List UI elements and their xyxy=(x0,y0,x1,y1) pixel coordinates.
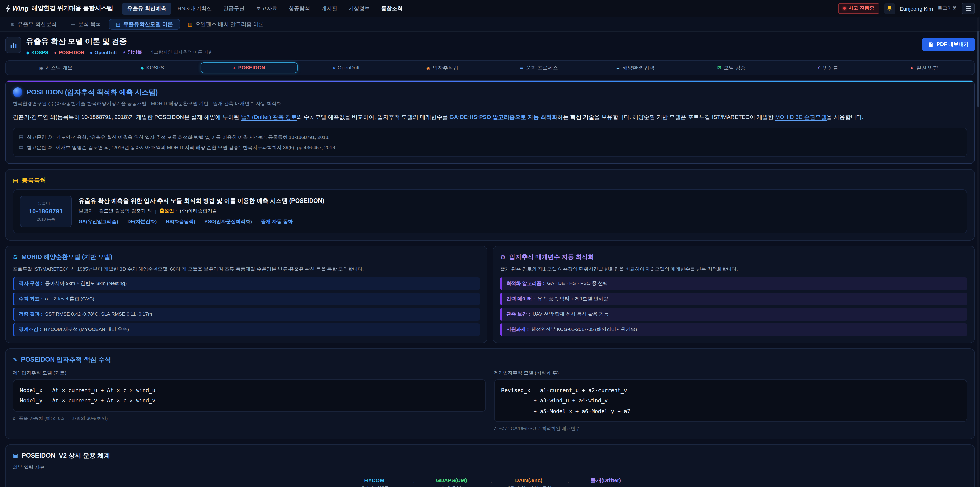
nav-item-board[interactable]: 게시판 xyxy=(316,2,342,14)
logo-text: Wing xyxy=(12,5,28,12)
badge-ensemble: ⚡앙상블 xyxy=(123,49,142,56)
algorithm-highlight: GA·DE·HS·PSO 알고리즘으로 자동 최적화 xyxy=(449,114,557,120)
nav-item-weather-info[interactable]: 기상정보 xyxy=(344,2,375,14)
tag-ga[interactable]: GA(유전알고리즘) xyxy=(79,219,118,225)
tab-label: 입자추적법 xyxy=(433,64,458,71)
tag-drifter-assimilation[interactable]: 뜰개 자동 동화 xyxy=(261,219,293,225)
spec-row-algorithm: 최적화 알고리즘 :GA · DE · HS · PSO 중 선택 xyxy=(500,277,967,290)
section-tab-bar: ▦시스템 개요 ◆KOSPS ●POSEIDON ●OpenDrift ◉입자추… xyxy=(5,60,975,75)
reference-text: 참고문헌 ① : 김도연·김용혁, "유출유 확산 예측을 위한 입자 추적 모… xyxy=(27,134,330,141)
scrollbar-thumb[interactable] xyxy=(977,30,980,107)
tab-poseidon[interactable]: ●POSEIDON xyxy=(200,62,298,73)
core-tech-highlight: 핵심 기술 xyxy=(570,114,594,120)
dot-icon: ● xyxy=(90,50,92,55)
subnav-tab-analysis-list[interactable]: ☰ 분석 목록 xyxy=(64,18,108,31)
page-title: 유출유 확산 모델 이론 및 검증 xyxy=(26,37,213,46)
nav-item-integrated-search[interactable]: 통합조회 xyxy=(376,2,408,14)
page-header-left: 유출유 확산 모델 이론 및 검증 ◆KOSPS ●POSEIDON ●Open… xyxy=(5,37,213,56)
tag-de[interactable]: DE(차분진화) xyxy=(127,219,157,225)
book-icon: ▤ xyxy=(19,134,23,141)
chart-icon: ▤ xyxy=(519,65,523,70)
badge-label: POSEIDON xyxy=(59,49,84,55)
user-name[interactable]: Eunjeong Kim xyxy=(900,5,933,11)
spec-value: UAV·선박 탑재 센서 동시 활용 가능 xyxy=(533,311,609,318)
pdf-export-button[interactable]: PDF 내보내기 xyxy=(922,38,975,51)
v2-operation-card: ▣ POSEIDON_V2 상시 운용 체계 외부 입력 자료 HYCOM 해류… xyxy=(5,445,975,487)
reference-text: 참고문헌 ② : 이재호·임병준·김도연 외, "2016년 동아시아 해역의 … xyxy=(27,143,336,151)
source-name: DAIN(.enc) xyxy=(500,477,557,484)
dot-icon: ● xyxy=(54,50,57,55)
spec-label: 수직 좌표 : xyxy=(19,296,43,302)
tab-ocean-env-input[interactable]: ☁해양환경 입력 xyxy=(587,62,683,73)
nav-item-oil-diffusion[interactable]: 유출유 확산예측 xyxy=(122,2,172,14)
page-scrollbar[interactable] xyxy=(977,18,980,487)
gear-icon: ⚙ xyxy=(500,253,506,260)
model-badges: ◆KOSPS ●POSEIDON ●OpenDrift ⚡앙상블 라그랑지안 입… xyxy=(26,49,213,56)
spec-label: 격자 구성 : xyxy=(19,280,43,287)
hamburger-menu-button[interactable] xyxy=(962,3,975,14)
clipboard-icon: ▤ xyxy=(13,177,18,184)
subnav-tab-model-theory[interactable]: ▤ 유출유확산모델 이론 xyxy=(109,19,180,30)
page-title-block: 유출유 확산 모델 이론 및 검증 ◆KOSPS ●POSEIDON ●Open… xyxy=(26,37,213,56)
main-content: POSEIDON (입자추적 최적화 예측 시스템) 한국환경연구원·(주)아라… xyxy=(0,80,980,487)
poseidon-section-title: POSEIDON (입자추적 최적화 예측 시스템) xyxy=(27,88,158,97)
tab-overview[interactable]: ▦시스템 개요 xyxy=(8,62,104,73)
tab-roadmap[interactable]: ➤발전 방향 xyxy=(876,62,972,73)
patent-year: 2018 등록 xyxy=(24,216,67,222)
flow-arrow-icon: → xyxy=(410,477,415,485)
tab-weathering-process[interactable]: ▤풍화 프로세스 xyxy=(490,62,587,73)
formula-grid: 제1 입자추적 모델 (기본) Model_x = Δt × current_u… xyxy=(13,370,967,432)
dot-icon: ● xyxy=(233,65,235,70)
monitor-icon: ▣ xyxy=(13,453,18,460)
tab-label: 풍화 프로세스 xyxy=(526,64,558,71)
tab-model-validation[interactable]: ☑모델 검증 xyxy=(683,62,780,73)
subnav-tab-boom-algorithm-theory[interactable]: ▥ 오일펜스 배치 알고리즘 이론 xyxy=(181,18,271,31)
main-nav: 유출유 확산예측 HNS·대기확산 긴급구난 보고자료 항공탐색 게시판 기상정… xyxy=(122,2,408,14)
mohid-spec-rows: 격자 구성 :동아시아 9km + 한반도 3km (Nesting) 수직 좌… xyxy=(13,277,480,336)
incident-status-badge[interactable]: 사고 진행중 xyxy=(838,3,879,14)
nav-item-hns-atmos[interactable]: HNS·대기확산 xyxy=(172,2,217,14)
tab-label: 해양환경 입력 xyxy=(622,64,655,71)
tab-ensemble[interactable]: ⚡앙상블 xyxy=(780,62,876,73)
tab-label: KOSPS xyxy=(146,65,164,70)
source-hycom: HYCOM 해류·수온염분 YYYYMMDD.nc xyxy=(345,477,403,487)
dot-icon: ● xyxy=(332,65,335,70)
subnav-tab-diffusion-analysis[interactable]: ≋ 유출유 확산분석 xyxy=(4,18,63,31)
check-icon: ☑ xyxy=(718,65,721,70)
formula-model1: 제1 입자추적 모델 (기본) Model_x = Δt × current_u… xyxy=(13,370,486,432)
model2-note: a1~a7 : GA/DE/PSO로 최적화된 매개변수 xyxy=(494,426,967,432)
spec-label: 지원과제 : xyxy=(506,326,529,333)
spec-row-input-data: 입력 데이터 :유속·풍속 벡터 + 제1모델 변화량 xyxy=(500,293,967,305)
tag-pso[interactable]: PSO(입자군집최적화) xyxy=(204,219,252,225)
logout-button[interactable]: 로그아웃 xyxy=(938,5,957,12)
nav-item-emergency-rescue[interactable]: 긴급구난 xyxy=(218,2,250,14)
spec-row-boundary: 경계조건 :HYCOM 재분석 (MYOCEAN 대비 우수) xyxy=(13,323,480,336)
bell-icon xyxy=(886,5,893,12)
tab-particle-tracking[interactable]: ◉입자추적법 xyxy=(394,62,490,73)
notification-button[interactable] xyxy=(884,3,895,14)
flow-arrow-icon: → xyxy=(565,477,570,485)
tab-label: 시스템 개요 xyxy=(46,64,73,71)
model1-note: c : 풍속 가중치 (예: c=0.3 → 바람의 30% 반영) xyxy=(13,415,486,422)
text-segment: 하는 xyxy=(557,114,570,120)
tag-hs[interactable]: HS(화음탐색) xyxy=(166,219,195,225)
mohid-model-link[interactable]: MOHID 3D 순환모델 xyxy=(775,114,827,120)
text-segment: 을 사용합니다. xyxy=(827,114,863,120)
model1-label: 제1 입자추적 모델 (기본) xyxy=(13,370,486,377)
lightning-icon: ⚡ xyxy=(123,50,126,55)
nav-item-reports[interactable]: 보고자료 xyxy=(251,2,283,14)
source-desc: 관측 표류 경로 xyxy=(577,486,635,487)
spec-value: 동아시아 9km + 한반도 3km (Nesting) xyxy=(45,280,127,287)
incident-status-label: 사고 진행중 xyxy=(849,5,874,12)
nav-item-aerial-search[interactable]: 항공탐색 xyxy=(283,2,315,14)
spec-value: HYCOM 재분석 (MYOCEAN 대비 우수) xyxy=(44,326,129,333)
target-icon: ◉ xyxy=(426,65,430,70)
tab-label: POSEIDON xyxy=(238,65,265,70)
hamburger-bar xyxy=(966,10,971,11)
spec-row-observation: 관측 보간 :UAV·선박 탑재 센서 동시 활용 가능 xyxy=(500,308,967,321)
tab-opendrift[interactable]: ●OpenDrift xyxy=(298,63,394,72)
poseidon-intro-card: POSEIDON (입자추적 최적화 예측 시스템) 한국환경연구원·(주)아라… xyxy=(5,80,975,164)
drifter-path-link[interactable]: 뜰개(Drifter) 관측 경로 xyxy=(241,114,297,120)
tab-kosps[interactable]: ◆KOSPS xyxy=(104,63,200,72)
source-name: 뜰개(Drifter) xyxy=(577,477,635,484)
